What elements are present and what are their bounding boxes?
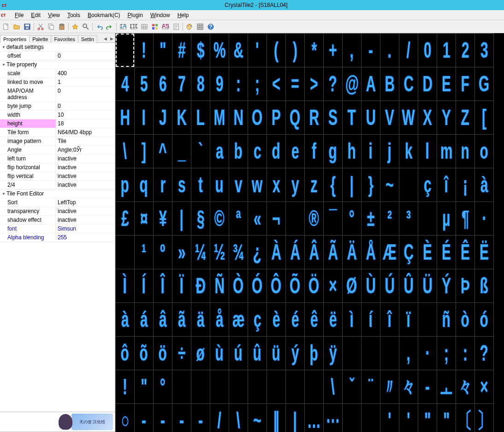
tile-120[interactable] [116,236,134,269]
tile-100[interactable]: £ [116,202,134,235]
tile-83[interactable]: s [172,168,191,201]
tile-182[interactable]: ö [154,337,172,370]
tile-107[interactable]: « [248,202,267,235]
tile-151[interactable]: × [324,269,342,302]
tile-icon[interactable] [150,22,160,32]
prop-section-tile-font-editor[interactable]: ▼Tile Font Editor [0,189,115,198]
tile-53[interactable]: U [362,101,380,134]
tile-160[interactable]: à [116,303,134,336]
tile-23[interactable]: 7 [172,67,191,101]
tile-85[interactable]: u [210,168,229,201]
tile-239[interactable]: 〕 [475,404,493,432]
tile-176[interactable] [418,303,437,336]
tile-223[interactable]: - [172,404,191,432]
prop-map-oam-address[interactable]: MAP/OAM address0 [0,86,115,101]
tile-167[interactable]: ç [248,303,267,336]
tile-159[interactable]: ß [475,269,493,302]
tile-233[interactable] [362,404,380,432]
tile-96[interactable]: ç [418,168,437,201]
tile-204[interactable] [191,370,210,403]
tile-102[interactable]: ¥ [154,202,172,235]
tile-43[interactable]: K [172,101,191,134]
hex-icon[interactable]: 1A [118,22,128,32]
tile-37[interactable]: E [437,67,456,101]
prop-section-tile-property[interactable]: ▼Tile property [0,60,115,69]
tile-198[interactable]: : [456,337,474,370]
tbl-icon[interactable] [139,22,149,32]
tile-180[interactable]: ô [116,337,134,370]
menu-file[interactable]: File [11,11,27,19]
tile-30[interactable]: > [305,67,323,101]
tile-73[interactable]: i [362,135,380,168]
tile-64[interactable]: ` [191,135,210,168]
prop-value[interactable]: 400 [55,69,115,77]
prop-value[interactable]: 255 [55,233,115,242]
tile-234[interactable]: ' [380,404,399,432]
tile-140[interactable]: Ì [116,269,134,302]
tile-72[interactable]: h [343,135,361,168]
tile-181[interactable]: õ [135,337,153,370]
tile-16[interactable]: 0 [418,34,437,67]
tile-173[interactable]: í [362,303,380,336]
tile-24[interactable]: 8 [191,67,210,101]
tile-134[interactable]: Æ [380,236,399,269]
tile-66[interactable]: b [229,135,248,168]
tile-61[interactable]: ] [135,135,153,168]
tile-69[interactable]: e [286,135,304,168]
prop-left-turn[interactable]: left turninactive [0,154,115,163]
tile-189[interactable]: ý [286,337,304,370]
tile-97[interactable]: î [437,168,456,201]
tile-229[interactable]: | [286,404,304,432]
prop-value[interactable]: N64/MD 4bpp [55,128,115,136]
tile-209[interactable] [286,370,304,403]
tile-212[interactable]: ˇ [343,370,361,403]
tile-152[interactable]: Ø [343,269,361,302]
tile-123[interactable]: » [172,236,191,269]
tile-206[interactable] [229,370,248,403]
tile-224[interactable]: - [191,404,210,432]
tile-203[interactable] [172,370,191,403]
menu-window[interactable]: Window [147,11,174,19]
tile-217[interactable]: ㅗ [437,370,456,403]
tile-126[interactable]: ¾ [229,236,248,269]
prop-value[interactable]: Tile [55,137,115,145]
tile-115[interactable]: ³ [399,202,418,235]
prop-value[interactable]: 10 [55,111,115,119]
tile-101[interactable]: ¤ [135,202,153,235]
tile-103[interactable]: | [172,202,191,235]
tile-171[interactable]: ë [324,303,342,336]
tile-231[interactable]: ⋯ [324,404,342,432]
prop-value[interactable]: 0 [55,102,115,110]
tile-208[interactable] [267,370,285,403]
tile-163[interactable]: ã [172,303,191,336]
tile-236[interactable]: " [418,404,437,432]
tile-99[interactable]: à [475,168,493,201]
tile-34[interactable]: B [380,67,399,101]
tile-148[interactable]: Ô [267,269,285,302]
tile-76[interactable]: l [418,135,437,168]
tile-68[interactable]: d [267,135,285,168]
prop-width[interactable]: width10 [0,110,115,119]
prop-flip-horizontal[interactable]: flip horizontalinactive [0,163,115,172]
tile-178[interactable]: ò [456,303,474,336]
open-icon[interactable] [12,22,22,32]
tile-194[interactable] [380,337,399,370]
tile-127[interactable]: ¿ [248,236,267,269]
tile-1[interactable]: ! [135,34,153,67]
tile-228[interactable]: ‖ [267,404,285,432]
tile-40[interactable]: H [116,101,134,134]
tile-63[interactable]: _ [172,135,191,168]
tile-141[interactable]: Í [135,269,153,302]
tile-26[interactable]: : [229,67,248,101]
tile-52[interactable]: T [343,101,361,134]
tile-210[interactable] [305,370,323,403]
tile-133[interactable]: Å [362,236,380,269]
tile-4[interactable]: $ [191,34,210,67]
tile-232[interactable] [343,404,361,432]
tile-36[interactable]: D [418,67,437,101]
tile-191[interactable]: ÿ [324,337,342,370]
tile-62[interactable]: ^ [154,135,172,168]
tile-138[interactable]: Ê [456,236,474,269]
tile-8[interactable]: ( [267,34,285,67]
tile-58[interactable]: Z [456,101,474,134]
